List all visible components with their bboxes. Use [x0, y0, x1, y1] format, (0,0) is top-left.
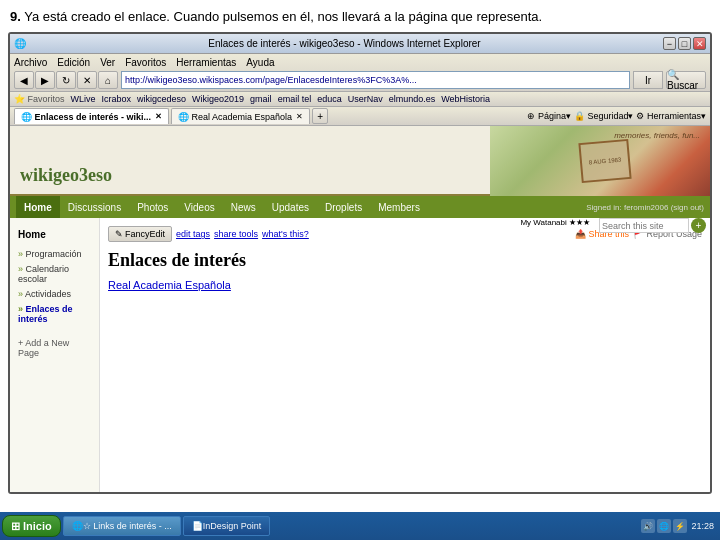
fancy-edit-button[interactable]: ✎ FancyEdit: [108, 226, 172, 242]
share-tools-link[interactable]: share tools: [214, 229, 258, 239]
sidebar-calendario[interactable]: Calendario escolar: [14, 262, 95, 286]
user-info-bar: My Watanabi ★★★: [520, 218, 590, 227]
fav-email[interactable]: email tel: [278, 94, 312, 104]
tools-label: ⚙ Herramientas▾: [636, 111, 706, 121]
back-button[interactable]: ◀: [14, 71, 34, 89]
fav-wikigeo[interactable]: Wikigeo2019: [192, 94, 244, 104]
menu-favoritos[interactable]: Favoritos: [125, 57, 166, 68]
taskbar-indesign[interactable]: 📄 InDesign Point: [183, 516, 271, 536]
search-button[interactable]: 🔍 Buscar: [666, 71, 706, 89]
sidebar-enlaces[interactable]: Enlaces de interés: [14, 302, 95, 326]
tab-rae-close-icon[interactable]: ✕: [296, 112, 303, 121]
stamp-text: 8 AUG 1983: [588, 157, 621, 166]
taskbar-enlaces-icon: 🌐: [72, 521, 83, 531]
windows-logo: ⊞: [11, 520, 20, 533]
nav-signed-in: Signed in: feromin2006 (sign out): [586, 203, 704, 212]
refresh-button[interactable]: ↻: [56, 71, 76, 89]
site-logo: wikigeo3eso: [10, 165, 112, 194]
maximize-button[interactable]: □: [678, 37, 691, 50]
nav-members[interactable]: Members: [370, 196, 428, 218]
browser-window: 🌐 Enlaces de interés - wikigeo3eso - Win…: [8, 32, 712, 494]
menu-edicion[interactable]: Edición: [57, 57, 90, 68]
fav-icrabox[interactable]: Icrabox: [102, 94, 132, 104]
browser-right-controls: ⊕ Página▾ 🔒 Seguridad▾ ⚙ Herramientas▾: [527, 111, 706, 121]
network-icon[interactable]: 🌐: [657, 519, 671, 533]
fav-usernav[interactable]: UserNav: [348, 94, 383, 104]
fav-educa[interactable]: educa: [317, 94, 342, 104]
power-icon[interactable]: ⚡: [673, 519, 687, 533]
site-header-image: 8 AUG 1983 memories, friends, fun...: [490, 126, 710, 196]
tab-enlaces[interactable]: 🌐 Enlacess de interés - wiki... ✕: [14, 108, 169, 124]
browser-tabs-bar: 🌐 Enlacess de interés - wiki... ✕ 🌐 Real…: [10, 107, 710, 126]
fav-wlive[interactable]: WLive: [71, 94, 96, 104]
nav-news[interactable]: News: [223, 196, 264, 218]
site-header: wikigeo3eso 8 AUG 1983 memories, friends…: [10, 126, 710, 196]
close-button[interactable]: ✕: [693, 37, 706, 50]
go-button[interactable]: Ir: [633, 71, 663, 89]
menu-ver[interactable]: Ver: [100, 57, 115, 68]
fav-gmail[interactable]: gmail: [250, 94, 272, 104]
home-button[interactable]: ⌂: [98, 71, 118, 89]
forward-button[interactable]: ▶: [35, 71, 55, 89]
menu-items: Archivo Edición Ver Favoritos Herramient…: [14, 56, 706, 69]
site-main: Home Programación Calendario escolar Act…: [10, 218, 710, 494]
taskbar-enlaces[interactable]: 🌐 ☆ Links de interés - ...: [63, 516, 181, 536]
address-text: http://wikigeo3eso.wikispaces.com/page/E…: [125, 75, 417, 85]
fav-elmundo[interactable]: elmundo.es: [389, 94, 436, 104]
volume-icon[interactable]: 🔊: [641, 519, 655, 533]
taskbar: ⊞ Inicio 🌐 ☆ Links de interés - ... 📄 In…: [0, 512, 720, 540]
edit-tags-link[interactable]: edit tags: [176, 229, 210, 239]
site-header-stamp: 8 AUG 1983: [578, 139, 631, 183]
rae-link[interactable]: Real Academia Española: [108, 279, 231, 291]
clock: 21:28: [691, 521, 714, 531]
browser-title: Enlaces de interés - wikigeo3eso - Windo…: [26, 38, 663, 49]
tab-rae-label: 🌐 Real Academia Española: [178, 112, 292, 122]
taskbar-icons: 🔊 🌐 ⚡: [641, 519, 687, 533]
nav-photos[interactable]: Photos: [129, 196, 176, 218]
menu-archivo[interactable]: Archivo: [14, 57, 47, 68]
nav-droplets[interactable]: Droplets: [317, 196, 370, 218]
sidebar-actividades[interactable]: Actividades: [14, 287, 95, 301]
taskbar-right: 🔊 🌐 ⚡ 21:28: [641, 519, 718, 533]
nav-videos[interactable]: Videos: [176, 196, 222, 218]
new-tab-button[interactable]: +: [312, 108, 328, 124]
start-button[interactable]: ⊞ Inicio: [2, 515, 61, 537]
tab-enlaces-label: 🌐 Enlacess de interés - wiki...: [21, 112, 151, 122]
security-label: 🔒 Seguridad▾: [574, 111, 634, 121]
whats-this-link[interactable]: what's this?: [262, 229, 309, 239]
sidebar-add-page[interactable]: + Add a New Page: [14, 336, 95, 360]
sidebar-programacion[interactable]: Programación: [14, 247, 95, 261]
menu-ayuda[interactable]: Ayuda: [246, 57, 274, 68]
stop-button[interactable]: ✕: [77, 71, 97, 89]
tab-rae[interactable]: 🌐 Real Academia Española ✕: [171, 108, 310, 124]
browser-titlebar: 🌐 Enlaces de interés - wikigeo3eso - Win…: [10, 34, 710, 54]
menu-herramientas[interactable]: Herramientas: [176, 57, 236, 68]
browser-favicon: 🌐: [14, 38, 26, 49]
page-title: Enlaces de interés: [108, 250, 702, 271]
address-input[interactable]: http://wikigeo3eso.wikispaces.com/page/E…: [121, 71, 630, 89]
site-sidebar: Home Programación Calendario escolar Act…: [10, 218, 100, 494]
zoom-label: ⊕ Página▾: [527, 111, 571, 121]
nav-discussions[interactable]: Discussions: [60, 196, 129, 218]
address-bar: ◀ ▶ ↻ ✕ ⌂ http://wikigeo3eso.wikispaces.…: [14, 71, 706, 89]
sidebar-home[interactable]: Home: [14, 226, 95, 243]
site-nav-container: Home Discussions Photos Videos News Upda…: [10, 196, 710, 218]
nav-buttons: ◀ ▶ ↻ ✕ ⌂: [14, 71, 118, 89]
taskbar-indesign-icon: 📄: [192, 521, 203, 531]
my-watanabi: My Watanabi ★★★: [520, 218, 590, 227]
site-header-overlay: memories, friends, fun...: [614, 131, 700, 141]
site-search-button[interactable]: +: [691, 218, 706, 233]
site-search-input[interactable]: [599, 218, 689, 233]
instruction-body: Ya está creado el enlace. Cuando pulsemo…: [24, 9, 542, 24]
taskbar-enlaces-label: ☆ Links de interés - ...: [83, 521, 172, 531]
nav-home[interactable]: Home: [16, 196, 60, 218]
minimize-button[interactable]: −: [663, 37, 676, 50]
fav-wikigcedeso[interactable]: wikigcedeso: [137, 94, 186, 104]
site-content-area: ✎ FancyEdit edit tags share tools what's…: [100, 218, 710, 494]
tab-close-icon[interactable]: ✕: [155, 112, 162, 121]
titlebar-buttons: − □ ✕: [663, 37, 706, 50]
fav-webhistoria[interactable]: WebHistoria: [441, 94, 490, 104]
edit-icon: ✎: [115, 229, 123, 239]
nav-right: Signed in: feromin2006 (sign out): [586, 203, 704, 212]
nav-updates[interactable]: Updates: [264, 196, 317, 218]
